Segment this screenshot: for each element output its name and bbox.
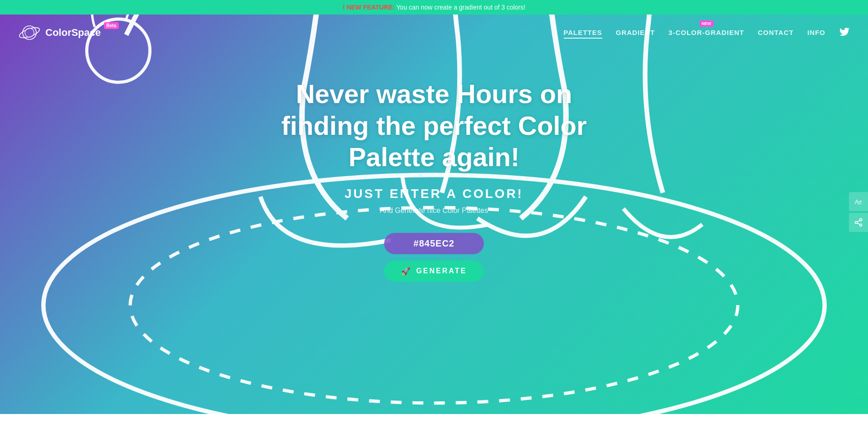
banner-message: You can now create a gradient out of 3 c…: [396, 4, 525, 11]
nav-link-gradient[interactable]: GRADIENT: [616, 29, 655, 36]
hero-description: And Generate nice Color Palettes: [9, 207, 859, 215]
logo-text-wrap: ColorSpace Beta: [45, 27, 101, 39]
side-buttons: A 文: [849, 192, 868, 232]
translate-button[interactable]: A 文: [849, 192, 868, 211]
logo-area[interactable]: ColorSpace Beta: [18, 21, 101, 44]
color-input-wrapper: 🚀 GENERATE: [9, 233, 859, 282]
svg-point-30: [860, 219, 862, 221]
top-banner: ! NEW FEATURE: You can now create a grad…: [0, 0, 868, 15]
nav-item-gradient[interactable]: GRADIENT: [616, 29, 655, 37]
hero-section: ColorSpace Beta PALETTES GRADIENT NEW 3-…: [0, 15, 868, 414]
svg-text:文: 文: [858, 200, 863, 205]
nav-links: PALETTES GRADIENT NEW 3-COLOR-GRADIENT C…: [564, 26, 850, 39]
nav-item-contact[interactable]: CONTACT: [758, 29, 794, 37]
svg-point-2: [25, 28, 34, 37]
nav-link-3color[interactable]: 3-COLOR-GRADIENT: [668, 29, 744, 36]
navigation: ColorSpace Beta PALETTES GRADIENT NEW 3-…: [0, 15, 868, 51]
hero-content: Never waste Hours on finding the perfect…: [0, 51, 868, 300]
svg-point-31: [855, 222, 858, 224]
share-button[interactable]: [849, 213, 868, 232]
generate-label: GENERATE: [416, 267, 467, 275]
translate-icon: A 文: [854, 197, 863, 206]
nav-item-twitter[interactable]: [839, 26, 850, 39]
nav-item-palettes[interactable]: PALETTES: [564, 29, 602, 37]
logo-text: ColorSpace: [45, 27, 101, 38]
svg-line-33: [857, 223, 860, 224]
nav-item-3color[interactable]: NEW 3-COLOR-GRADIENT: [668, 29, 744, 37]
share-icon: [854, 218, 863, 227]
new-badge: NEW: [699, 20, 713, 27]
rocket-icon: 🚀: [401, 267, 412, 276]
svg-line-34: [857, 220, 860, 222]
nav-link-info[interactable]: INFO: [807, 29, 825, 36]
nav-link-contact[interactable]: CONTACT: [758, 29, 794, 36]
color-input[interactable]: [384, 233, 484, 254]
twitter-icon: [839, 26, 850, 37]
logo-icon: [18, 21, 41, 44]
nav-link-palettes[interactable]: PALETTES: [564, 29, 602, 39]
hero-title: Never waste Hours on finding the perfect…: [253, 78, 615, 173]
svg-point-32: [860, 224, 862, 226]
beta-badge: Beta: [104, 22, 119, 29]
nav-item-info[interactable]: INFO: [807, 29, 825, 37]
generate-button[interactable]: 🚀 GENERATE: [384, 261, 484, 282]
hero-subtitle: JUST ENTER A COLOR!: [9, 187, 859, 201]
banner-prefix: ! NEW FEATURE:: [343, 4, 395, 11]
